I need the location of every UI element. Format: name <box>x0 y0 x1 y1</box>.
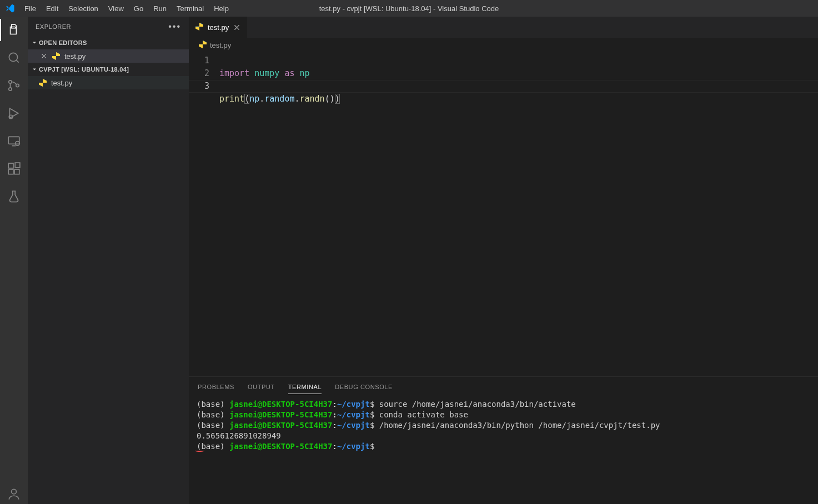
remote-explorer-icon[interactable] <box>6 133 22 149</box>
tok <box>294 68 299 78</box>
svg-rect-10 <box>15 163 20 168</box>
explorer-icon[interactable] <box>6 22 22 38</box>
tok: np <box>300 68 310 78</box>
bottom-panel: PROBLEMS OUTPUT TERMINAL DEBUG CONSOLE (… <box>189 376 818 504</box>
menu-run[interactable]: Run <box>148 0 172 17</box>
python-file-icon <box>38 79 48 87</box>
sidebar-title: EXPLORER <box>36 23 71 30</box>
svg-point-3 <box>16 84 19 87</box>
tok: ( <box>325 94 330 104</box>
tok: . <box>259 94 264 104</box>
menu-edit[interactable]: Edit <box>41 0 63 17</box>
python-file-icon <box>199 41 207 50</box>
open-editors-section[interactable]: OPEN EDITORS <box>28 36 189 49</box>
line-gutter: 1 2 3 <box>189 52 219 376</box>
accounts-icon[interactable] <box>6 486 22 502</box>
svg-rect-7 <box>8 163 13 168</box>
tab-close-icon[interactable] <box>233 24 240 31</box>
sidebar-more-icon[interactable]: ••• <box>168 22 181 32</box>
tok: numpy <box>254 68 279 78</box>
menu-file[interactable]: File <box>19 0 41 17</box>
tok: print <box>219 94 244 104</box>
svg-rect-9 <box>14 169 19 174</box>
tok <box>249 68 254 78</box>
search-icon[interactable] <box>6 50 22 65</box>
title-bar: File Edit Selection View Go Run Terminal… <box>0 0 818 17</box>
chevron-down-icon <box>30 66 39 73</box>
terminal-line: (base) jasnei@DESKTOP-5CI4H37:~/cvpjt$ <box>197 441 810 452</box>
breadcrumb[interactable]: test.py <box>189 38 818 52</box>
close-icon[interactable] <box>39 53 49 59</box>
source-control-icon[interactable] <box>6 78 22 93</box>
terminal-line: (base) jasnei@DESKTOP-5CI4H37:~/cvpjt$ s… <box>197 399 810 410</box>
editor-tab-testpy[interactable]: test.py <box>189 17 248 38</box>
tok: randn <box>300 94 325 104</box>
terminal-output: 0.5656126891028949 <box>197 431 810 441</box>
workspace-label: CVPJT [WSL: UBUNTU-18.04] <box>39 66 129 73</box>
line-number: 2 <box>189 67 209 80</box>
tok: import <box>219 68 249 78</box>
svg-point-0 <box>9 53 17 61</box>
editor-group: test.py test.py 1 2 3 import numpy as np… <box>189 17 818 504</box>
menu-bar: File Edit Selection View Go Run Terminal… <box>0 0 234 17</box>
tok: ( <box>244 94 249 104</box>
file-tree-filename: test.py <box>51 79 72 87</box>
tok: as <box>284 68 294 78</box>
open-editor-filename: test.py <box>64 52 86 61</box>
svg-rect-5 <box>8 137 19 144</box>
vscode-logo-icon <box>0 3 19 13</box>
menu-selection[interactable]: Selection <box>63 0 103 17</box>
python-file-icon <box>195 23 203 32</box>
chevron-down-icon <box>30 39 39 46</box>
workspace-section[interactable]: CVPJT [WSL: UBUNTU-18.04] <box>28 63 189 76</box>
terminal-line: (base) jasnei@DESKTOP-5CI4H37:~/cvpjt$ /… <box>197 420 810 431</box>
run-debug-icon[interactable] <box>6 105 22 121</box>
sidebar-header: EXPLORER ••• <box>28 17 189 36</box>
svg-point-2 <box>9 88 12 90</box>
terminal[interactable]: (base) jasnei@DESKTOP-5CI4H37:~/cvpjt$ s… <box>189 397 818 504</box>
line-number: 3 <box>189 80 209 93</box>
menu-go[interactable]: Go <box>129 0 148 17</box>
explorer-sidebar: EXPLORER ••• OPEN EDITORS test.py CVPJT … <box>28 17 189 504</box>
panel-tab-output[interactable]: OUTPUT <box>248 380 275 394</box>
panel-tabs: PROBLEMS OUTPUT TERMINAL DEBUG CONSOLE <box>189 377 818 397</box>
breadcrumb-file: test.py <box>210 41 231 49</box>
open-editor-item[interactable]: test.py <box>28 49 189 63</box>
tok: . <box>294 94 299 104</box>
testing-icon[interactable] <box>6 189 22 204</box>
menu-help[interactable]: Help <box>209 0 234 17</box>
code-content[interactable]: import numpy as np print(np.random.randn… <box>219 52 818 376</box>
tab-label: test.py <box>208 23 229 32</box>
code-editor[interactable]: 1 2 3 import numpy as np print(np.random… <box>189 52 818 376</box>
svg-point-1 <box>9 80 12 83</box>
tok: ) <box>335 94 340 104</box>
open-editors-label: OPEN EDITORS <box>39 39 87 46</box>
terminal-line: (base) jasnei@DESKTOP-5CI4H37:~/cvpjt$ c… <box>197 410 810 420</box>
tok: random <box>264 94 294 104</box>
menu-terminal[interactable]: Terminal <box>172 0 209 17</box>
editor-tabs: test.py <box>189 17 818 38</box>
panel-tab-debug[interactable]: DEBUG CONSOLE <box>335 380 393 394</box>
menu-view[interactable]: View <box>103 0 129 17</box>
svg-point-11 <box>12 489 17 494</box>
panel-tab-terminal[interactable]: TERMINAL <box>288 380 322 394</box>
file-tree-item[interactable]: test.py <box>28 76 189 89</box>
python-file-icon <box>51 52 61 60</box>
tok: ) <box>330 94 335 104</box>
panel-tab-problems[interactable]: PROBLEMS <box>198 380 234 394</box>
activity-bar <box>0 17 28 504</box>
tok: np <box>249 94 259 104</box>
line-number: 1 <box>189 54 209 67</box>
extensions-icon[interactable] <box>6 161 22 177</box>
svg-rect-8 <box>8 169 13 174</box>
